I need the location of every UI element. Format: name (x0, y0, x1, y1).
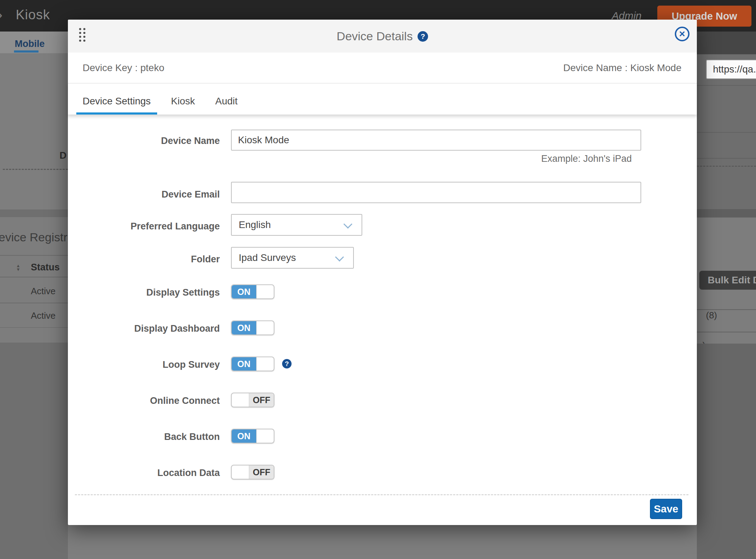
table-row-status[interactable]: Active (31, 286, 56, 297)
toggle-state-label: ON (232, 429, 257, 443)
folder-label: Folder (68, 254, 220, 265)
loop-survey-label: Loop Survey (68, 359, 220, 370)
device-name-input[interactable] (231, 130, 641, 151)
table-divider (0, 255, 68, 256)
background-lower-area (697, 344, 756, 559)
background-page-right: https://qa.c Bulk Edit Dev ) (8) (697, 54, 756, 559)
toggle-state-label: ON (232, 357, 257, 371)
tab-device-settings[interactable]: Device Settings (76, 84, 157, 115)
panel-divider (697, 132, 756, 133)
device-name-label: Device Name (68, 136, 220, 146)
close-icon[interactable]: ✕ (675, 27, 690, 41)
display-dashboard-label: Display Dashboard (68, 323, 220, 334)
page-title: Kiosk (16, 7, 50, 22)
background-partial-label: D (59, 150, 66, 161)
device-email-label: Device Email (68, 189, 220, 200)
back-button-toggle[interactable]: ON (231, 429, 274, 443)
background-panel-gap (0, 209, 68, 217)
toggle-state-label: ON (232, 321, 257, 334)
back-button-label: Back Button (68, 432, 220, 442)
save-button[interactable]: Save (650, 499, 682, 519)
online-connect-label: Online Connect (68, 395, 220, 406)
loop-survey-toggle[interactable]: ON (231, 357, 274, 371)
device-name-text: Device Name : Kiosk Mode (563, 62, 681, 74)
device-registration-panel: evice Registr ▴▾ Status Active Active (0, 217, 68, 343)
folder-value: Ipad Surveys (239, 252, 296, 263)
status-column-header[interactable]: Status (31, 262, 60, 273)
background-dashed-divider (3, 169, 68, 170)
mobile-tab-underline (14, 50, 38, 53)
tab-mobile[interactable]: Mobile (15, 39, 45, 49)
display-settings-label: Display Settings (68, 287, 220, 298)
background-page-left: D evice Registr ▴▾ Status Active Active (0, 53, 68, 559)
help-icon[interactable]: ? (418, 31, 428, 42)
background-lower-area (0, 343, 68, 559)
device-key-text: Device Key : pteko (83, 62, 164, 74)
tab-kiosk[interactable]: Kiosk (165, 84, 201, 115)
modal-title: Device Details (337, 29, 413, 43)
url-field[interactable]: https://qa.c (706, 60, 756, 79)
footer-dashed-divider (75, 494, 688, 495)
folder-select[interactable]: Ipad Surveys (231, 247, 354, 269)
toggle-state-label: OFF (249, 393, 274, 407)
background-header-band (697, 32, 756, 54)
table-divider (0, 327, 68, 328)
sort-icon[interactable]: ▴▾ (15, 263, 21, 271)
location-data-toggle[interactable]: OFF (231, 465, 274, 479)
device-registration-heading: evice Registr (0, 230, 68, 244)
modal-header: Device Details ? ✕ (68, 20, 697, 53)
modal-tab-bar: Device Settings Kiosk Audit (68, 83, 697, 115)
bulk-edit-devices-button[interactable]: Bulk Edit Dev (699, 271, 756, 290)
online-connect-toggle[interactable]: OFF (231, 393, 274, 407)
device-details-modal: Device Details ? ✕ Device Key : pteko De… (68, 20, 697, 525)
background-dashed-divider (697, 166, 756, 167)
preferred-language-value: English (239, 219, 271, 230)
location-data-label: Location Data (68, 468, 220, 478)
loop-survey-help-icon[interactable]: ? (282, 359, 292, 368)
breadcrumb-chevron-icon: › (0, 5, 2, 24)
preferred-language-label: Preferred Language (68, 221, 220, 232)
table-divider (0, 303, 68, 303)
chevron-down-icon (343, 220, 352, 228)
toggle-state-label: OFF (249, 465, 274, 479)
table-row-fragment: (8) (706, 310, 717, 321)
panel-divider (697, 158, 756, 159)
toggle-state-label: ON (232, 285, 257, 298)
preferred-language-select[interactable]: English (231, 214, 362, 236)
table-divider (697, 332, 756, 332)
tab-audit[interactable]: Audit (209, 84, 244, 115)
display-settings-toggle[interactable]: ON (231, 284, 274, 299)
panel-divider (697, 85, 756, 86)
table-divider (0, 277, 68, 277)
chevron-down-icon (335, 253, 344, 261)
background-tab-bar: Mobile (0, 32, 68, 54)
background-panel-gap (697, 209, 756, 218)
display-dashboard-toggle[interactable]: ON (231, 320, 274, 335)
device-name-helper: Example: John's iPad (541, 153, 632, 164)
table-row-status[interactable]: Active (31, 310, 56, 321)
background-table-right: Bulk Edit Dev ) (697, 218, 756, 344)
device-email-input[interactable] (231, 182, 641, 203)
